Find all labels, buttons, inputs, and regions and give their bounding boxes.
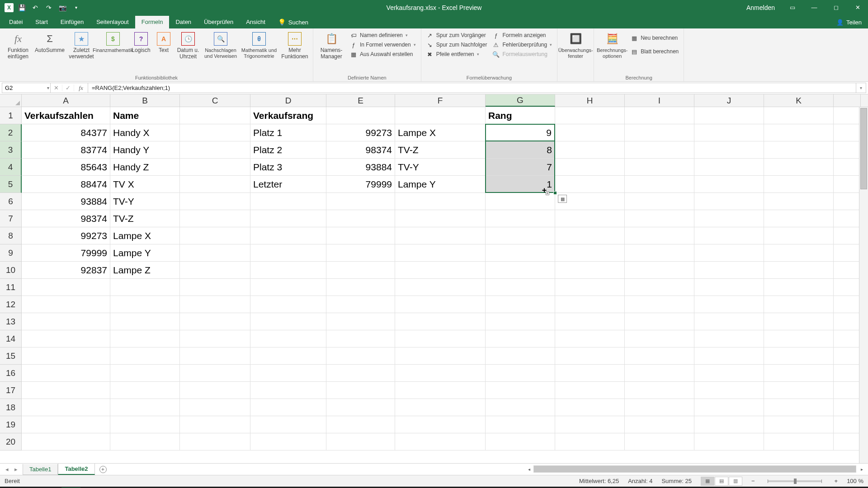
tab-start[interactable]: Start: [29, 16, 54, 28]
select-all-button[interactable]: [0, 94, 22, 107]
cell-D2[interactable]: Platz 1: [250, 124, 326, 141]
cell-C12[interactable]: [180, 296, 250, 313]
cell-K11[interactable]: [764, 279, 834, 296]
zoom-slider[interactable]: [768, 480, 822, 482]
cell-C18[interactable]: [180, 399, 250, 416]
cell-C11[interactable]: [180, 279, 250, 296]
cell-C15[interactable]: [180, 347, 250, 365]
cell-K16[interactable]: [764, 365, 834, 382]
cell-E17[interactable]: [326, 382, 395, 399]
row-header-20[interactable]: 20: [0, 433, 22, 450]
cell-E14[interactable]: [326, 330, 395, 347]
math-trig-button[interactable]: θ Mathematik und Trigonometrie: [241, 30, 278, 59]
trace-dependents-button[interactable]: ↘Spur zum Nachfolger: [425, 41, 489, 49]
ribbon-display-icon[interactable]: ▭: [782, 0, 803, 15]
cell-H9[interactable]: [555, 244, 625, 262]
column-header-H[interactable]: H: [555, 94, 625, 107]
cell-I7[interactable]: [625, 210, 694, 227]
define-name-button[interactable]: 🏷Namen definieren▾: [349, 31, 417, 39]
expand-formula-bar-icon[interactable]: ▾: [856, 83, 866, 93]
cell-I11[interactable]: [625, 279, 694, 296]
error-checking-button[interactable]: ⚠Fehlerüberprüfung▾: [491, 41, 553, 49]
cell-B18[interactable]: [110, 399, 180, 416]
row-header-4[interactable]: 4: [0, 159, 22, 176]
cell-K12[interactable]: [764, 296, 834, 313]
zoom-in-button[interactable]: +: [835, 478, 838, 484]
cell-H4[interactable]: [555, 159, 625, 176]
cell-F17[interactable]: [395, 382, 486, 399]
cell-B12[interactable]: [110, 296, 180, 313]
cell-F3[interactable]: TV-Z: [395, 141, 486, 159]
lookup-button[interactable]: 🔍 Nachschlagen und Verweisen: [203, 30, 238, 59]
cell-C20[interactable]: [180, 433, 250, 450]
cell-I16[interactable]: [625, 365, 694, 382]
cell-G6[interactable]: [486, 193, 555, 210]
cell-A15[interactable]: [22, 347, 110, 365]
cell-G20[interactable]: [486, 433, 555, 450]
cell-G1[interactable]: Rang: [486, 107, 555, 124]
cell-B3[interactable]: Handy Y: [110, 141, 180, 159]
cell-G13[interactable]: [486, 313, 555, 330]
cell-K13[interactable]: [764, 313, 834, 330]
column-header-D[interactable]: D: [250, 94, 326, 107]
cell-G16[interactable]: [486, 365, 555, 382]
hscroll-right-icon[interactable]: ▸: [857, 465, 866, 473]
cell-D17[interactable]: [250, 382, 326, 399]
cell-I13[interactable]: [625, 313, 694, 330]
text-button[interactable]: A Text: [155, 30, 173, 54]
logical-button[interactable]: ? Logisch: [130, 30, 152, 54]
cell-G14[interactable]: [486, 330, 555, 347]
cell-D15[interactable]: [250, 347, 326, 365]
row-header-5[interactable]: 5: [0, 176, 22, 193]
row-header-2[interactable]: 2: [0, 124, 22, 141]
zoom-thumb[interactable]: [794, 479, 797, 484]
cell-E8[interactable]: [326, 227, 395, 244]
calculation-options-button[interactable]: 🧮 Berechnungs-optionen: [598, 30, 627, 59]
use-in-formula-button[interactable]: ƒIn Formel verwenden▾: [349, 41, 417, 49]
cell-C8[interactable]: [180, 227, 250, 244]
calculate-sheet-button[interactable]: ▤Blatt berechnen: [629, 47, 680, 56]
row-header-19[interactable]: 19: [0, 416, 22, 433]
row-header-3[interactable]: 3: [0, 141, 22, 159]
cell-K10[interactable]: [764, 262, 834, 279]
cell-A6[interactable]: 93884: [22, 193, 110, 210]
cell-I3[interactable]: [625, 141, 694, 159]
cell-H5[interactable]: [555, 176, 625, 193]
cell-E4[interactable]: 93884: [326, 159, 395, 176]
cell-B10[interactable]: Lampe Z: [110, 262, 180, 279]
cell-C1[interactable]: [180, 107, 250, 124]
cell-A9[interactable]: 79999: [22, 244, 110, 262]
cell-C2[interactable]: [180, 124, 250, 141]
cell-E11[interactable]: [326, 279, 395, 296]
cell-C5[interactable]: [180, 176, 250, 193]
cell-I14[interactable]: [625, 330, 694, 347]
cell-H11[interactable]: [555, 279, 625, 296]
cell-J13[interactable]: [694, 313, 764, 330]
cell-A8[interactable]: 99273: [22, 227, 110, 244]
cell-F1[interactable]: [395, 107, 486, 124]
cell-D6[interactable]: [250, 193, 326, 210]
cell-A4[interactable]: 85643: [22, 159, 110, 176]
cell-B6[interactable]: TV-Y: [110, 193, 180, 210]
cell-I5[interactable]: [625, 176, 694, 193]
cell-H15[interactable]: [555, 347, 625, 365]
cell-A10[interactable]: 92837: [22, 262, 110, 279]
zoom-out-button[interactable]: −: [751, 478, 755, 484]
cell-C19[interactable]: [180, 416, 250, 433]
sign-in-link[interactable]: Anmelden: [740, 4, 781, 11]
cell-A17[interactable]: [22, 382, 110, 399]
cell-A2[interactable]: 84377: [22, 124, 110, 141]
cell-B14[interactable]: [110, 330, 180, 347]
cell-G8[interactable]: [486, 227, 555, 244]
tab-seitenlayout[interactable]: Seitenlayout: [90, 16, 135, 28]
cell-E9[interactable]: [326, 244, 395, 262]
camera-icon[interactable]: 📷: [57, 2, 68, 13]
cell-A5[interactable]: 88474: [22, 176, 110, 193]
cell-C3[interactable]: [180, 141, 250, 159]
tell-me[interactable]: 💡 Suchen: [272, 16, 315, 28]
cell-A19[interactable]: [22, 416, 110, 433]
vertical-scrollbar[interactable]: [859, 107, 868, 463]
cell-H10[interactable]: [555, 262, 625, 279]
cell-E12[interactable]: [326, 296, 395, 313]
autofill-options-button[interactable]: ▦: [558, 195, 567, 203]
